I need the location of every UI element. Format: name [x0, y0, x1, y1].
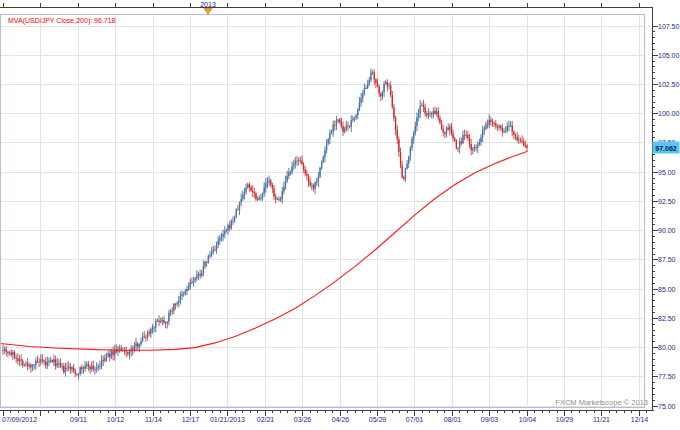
chart-frame: [0, 3, 658, 416]
x-axis-label: 12/14: [631, 416, 649, 423]
x-axis-label: 11/21: [593, 416, 610, 423]
usdjpy-daily-candlestick-chart[interactable]: 07/09/201209/1110/1211/1412/1701/21/2013…: [0, 0, 680, 430]
grid-layer: [0, 15, 644, 407]
x-axis-label: 10/04: [519, 416, 537, 423]
chart-window: 07/09/201209/1110/1211/1412/1701/21/2013…: [0, 0, 680, 430]
y-axis-label: 105.00: [658, 52, 680, 59]
last-price-tag: 97.062: [653, 142, 680, 154]
x-axis-label: 05/29: [369, 416, 387, 423]
x-axis-label: 09/03: [481, 416, 499, 423]
y-axis-label: 95.00: [658, 169, 676, 176]
x-axis-label: 08/01: [444, 416, 462, 423]
year-marker-icon: [204, 9, 212, 15]
y-axis-label: 102.50: [658, 81, 680, 88]
year-2013-label: 2013: [200, 1, 216, 8]
x-axis-label: 04/26: [332, 416, 350, 423]
y-axis-label: 87.50: [658, 256, 676, 263]
y-axis-label: 80.00: [658, 344, 676, 351]
x-axis-label: 12/17: [182, 416, 200, 423]
y-axis-label: 77.50: [658, 373, 676, 380]
y-axis-label: 85.00: [658, 286, 676, 293]
x-axis-label: 02/21: [257, 416, 275, 423]
y-axis-label: 107.50: [658, 23, 680, 30]
y-axis-label: 92.50: [658, 198, 676, 205]
x-axis-label: 03/26: [294, 416, 312, 423]
x-axis-label: 01/21/2013: [210, 416, 245, 423]
x-axis-label: 07/09/2012: [2, 416, 37, 423]
mva-200-line: [0, 152, 527, 351]
x-axis-label: 11/14: [145, 416, 162, 423]
x-axis-label: 10/12: [107, 416, 125, 423]
fxcm-watermark: FXCM Marketscope © 2013: [555, 398, 648, 407]
y-axis-label: 75.00: [658, 403, 676, 410]
y-axis-label: 100.00: [658, 110, 680, 117]
mva-indicator-label: MVA(USD/JPY Close,200): 96.718: [8, 17, 116, 25]
y-axis-label: 90.00: [658, 227, 676, 234]
x-axis-label: 07/01: [406, 416, 424, 423]
last-price-tag-text: 97.062: [655, 145, 677, 152]
x-axis-label: 09/11: [70, 416, 87, 423]
x-axis-label: 10/29: [556, 416, 574, 423]
y-axis-label: 82.50: [658, 315, 676, 322]
